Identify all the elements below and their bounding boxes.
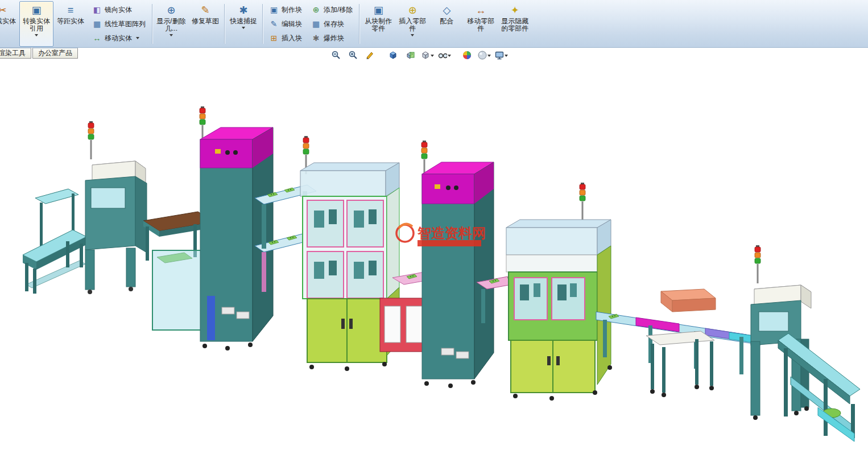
dropdown-arrow-icon[interactable] [242,27,245,29]
ribbon-button-offset-entities[interactable]: ≡ 等距实体 [53,1,88,47]
zoom-to-fit-icon [331,50,341,60]
previous-view-button[interactable] [363,49,378,61]
dropdown-arrow-icon[interactable] [431,55,434,57]
quick-snaps-icon: ✱ [237,4,250,17]
watermark-text: 智造资料网 [417,225,486,241]
ribbon-button-label: 修复草图 [192,18,219,25]
ribbon-button-show-hidden-components[interactable]: ✦ 显示隐藏的零部件 [498,1,532,47]
make-block-icon: ▣ [269,5,279,15]
edit-appearance-ball-icon [462,50,472,60]
dropdown-arrow-icon[interactable] [487,55,491,57]
ribbon-button-repair-sketch[interactable]: ✎ 修复草图 [188,1,222,47]
dropdown-arrow-icon[interactable] [448,55,451,57]
display-style-button[interactable] [420,49,435,61]
zoom-to-area-icon [348,50,358,60]
assembly-line-model[interactable]: 智造资料网 [0,0,868,466]
trim-entities-icon: ✂ [0,4,9,17]
ribbon-button-label: 剪裁实体 [0,18,16,25]
ribbon-button-move-component[interactable]: ↔ 移动零部件 [464,1,498,47]
mirror-entities-icon: ◧ [92,5,102,15]
ribbon-button-trim-entities[interactable]: ✂ 剪裁实体 [0,1,19,47]
watermark: 智造资料网 [396,224,486,246]
signal-tower-icon [88,121,94,159]
watermark-banner [418,240,481,246]
ribbon-button-explode-block[interactable]: ✱ 爆炸块 [308,31,356,45]
ribbon-button-mirror-entities[interactable]: ◧ 镜向实体 [89,3,148,17]
ribbon-button-quick-snaps[interactable]: ✱ 快速捕捉 [226,1,261,47]
ribbon-button-label: 移动实体 [105,34,132,43]
dropdown-arrow-icon[interactable] [136,37,139,39]
section-view-button[interactable] [403,49,418,61]
ribbon-button-label: 快速捕捉 [230,18,257,25]
infeed-conveyor[interactable] [23,189,86,294]
apply-scene-button[interactable] [477,49,491,61]
show-hidden-components-icon: ✦ [509,4,521,17]
edit-block-icon: ✎ [269,19,279,29]
ribbon-button-label: 转换实体引用 [20,18,52,32]
hide-show-items-button[interactable] [437,49,452,61]
ribbon-button-make-part-from-block[interactable]: ▣ 从块制作零件 [361,1,395,47]
ribbon-button-display-delete-relations[interactable]: ⊕ 显示/删除几... [154,1,188,47]
sketch-tools-group: ◧ 镜向实体 ▦ 线性草图阵列 ↔ 移动实体 [88,1,150,47]
dropdown-arrow-icon[interactable] [35,34,38,36]
ribbon-button-label: 移动零部件 [465,18,497,32]
ribbon-button-label: 配合 [440,18,453,25]
tab-render-tools[interactable]: 渲染工具 [0,48,31,59]
ribbon-button-convert-entities[interactable]: ▣ 转换实体引用 [19,1,53,47]
ribbon-button-label: 爆炸块 [324,34,344,43]
view-orientation-cube-icon [388,50,398,60]
block-tools-group-1: ▣ 制作块 ✎ 编辑块 ⊞ 插入块 [264,1,307,47]
ribbon-button-insert-block[interactable]: ⊞ 插入块 [266,31,305,45]
ribbon-button-add-remove[interactable]: ⊕ 添加/移除 [308,3,356,17]
ribbon-button-save-block[interactable]: ▦ 保存块 [308,17,356,31]
inspection-machine-2[interactable] [506,183,612,401]
view-orientation-button[interactable] [386,49,400,61]
save-block-icon: ▦ [311,19,321,29]
mate-icon: ◇ [440,4,453,17]
dropdown-arrow-icon[interactable] [411,34,414,36]
offset-entities-icon: ≡ [64,4,77,17]
pencil-icon [365,50,375,60]
heads-up-view-toolbar [329,49,509,61]
ribbon-button-label: 插入零部件 [396,18,428,32]
ribbon-button-insert-components[interactable]: ⊕ 插入零部件 [395,1,429,47]
ribbon-button-edit-block[interactable]: ✎ 编辑块 [266,17,305,31]
move-entities-icon: ↔ [92,34,102,43]
edit-appearance-button[interactable] [460,49,474,61]
buffer-table[interactable] [646,289,716,397]
explode-block-icon: ✱ [311,34,321,43]
view-settings-button[interactable] [494,49,509,61]
hide-show-items-glasses-icon [437,50,447,60]
dropdown-arrow-icon[interactable] [505,55,508,57]
apply-scene-ball-icon [477,50,487,60]
toolbar-separator [262,4,263,44]
make-part-from-block-icon: ▣ [372,4,385,17]
dropdown-arrow-icon[interactable] [170,34,173,36]
commandmanager-tabs: 渲染工具 办公室产品 [0,48,79,59]
signal-tower-icon [755,245,760,283]
zoom-to-area-button[interactable] [346,49,361,61]
ribbon-button-label: 编辑块 [282,19,302,29]
ribbon-button-label: 从块制作零件 [362,18,394,32]
ribbon-button-make-block[interactable]: ▣ 制作块 [266,3,305,17]
zoom-to-fit-button[interactable] [329,49,344,61]
display-delete-relations-icon: ⊕ [165,4,177,17]
ribbon-button-label: 等距实体 [57,18,84,25]
tab-office-products[interactable]: 办公室产品 [32,48,78,59]
ribbon-button-label: 制作块 [282,5,302,15]
ribbon-button-move-entities[interactable]: ↔ 移动实体 [89,31,148,45]
repair-sketch-icon: ✎ [199,4,212,17]
ribbon-button-mate[interactable]: ◇ 配合 [429,1,464,47]
ribbon-button-linear-sketch-pattern[interactable]: ▦ 线性草图阵列 [89,17,148,31]
ribbon-toolbar: ✂ 剪裁实体 ▣ 转换实体引用 ≡ 等距实体 ◧ 镜向实体 ▦ 线性草图阵列 ↔… [0,0,868,48]
outfeed-conveyor[interactable] [778,333,860,442]
convert-entities-icon: ▣ [30,4,43,17]
block-tools-group-2: ⊕ 添加/移除 ▦ 保存块 ✱ 爆炸块 [307,1,357,47]
tab-label: 渲染工具 [0,49,26,57]
press-machine-1[interactable] [85,121,147,294]
model-viewport[interactable]: 智造资料网 [0,0,868,466]
ribbon-button-label: 添加/移除 [324,5,353,15]
toolbar-separator [359,4,359,44]
tall-cabinet-2[interactable] [421,141,494,388]
ribbon-button-label: 线性草图阵列 [105,19,146,29]
